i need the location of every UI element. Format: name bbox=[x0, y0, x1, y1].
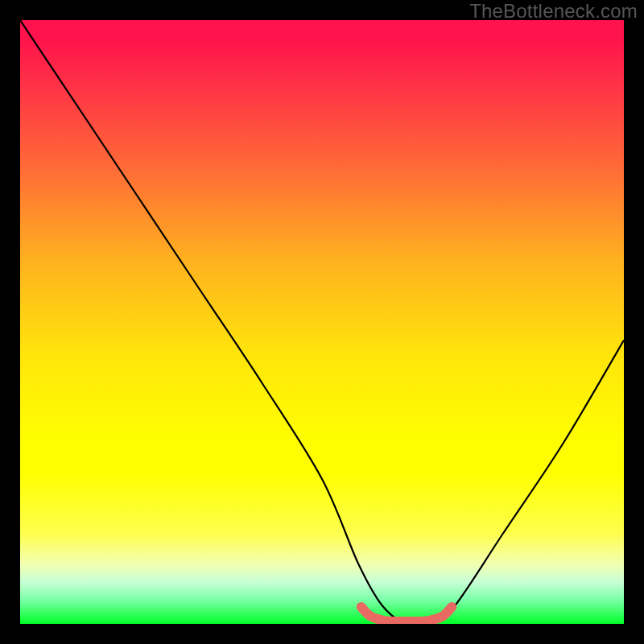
plot-area bbox=[20, 20, 624, 624]
chart-frame: TheBottleneck.com bbox=[0, 0, 644, 644]
watermark-text: TheBottleneck.com bbox=[469, 0, 638, 23]
bottleneck-curve bbox=[20, 20, 624, 624]
chart-svg bbox=[20, 20, 624, 624]
optimal-zone-marker bbox=[361, 607, 452, 621]
